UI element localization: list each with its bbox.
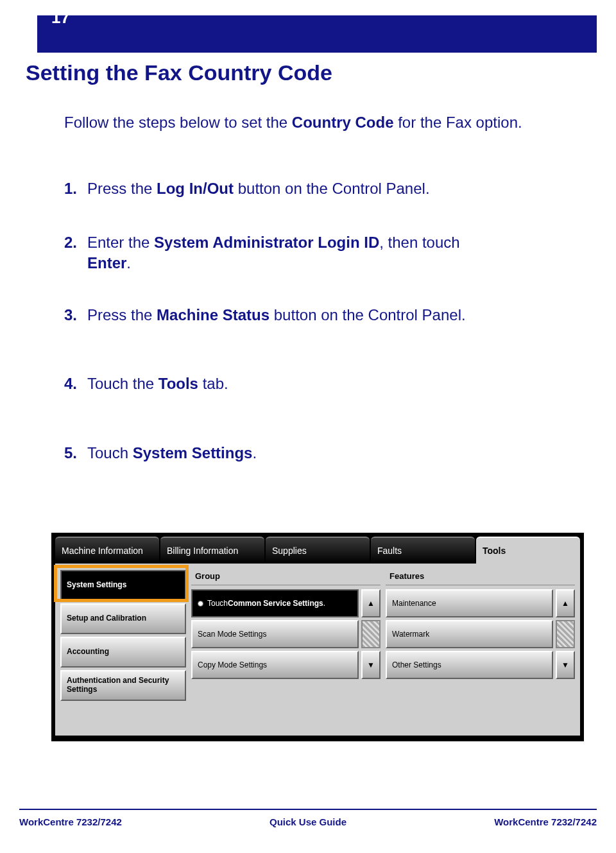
step-3: 3.Press the Machine Status button on the… [64,305,565,325]
features-section: Features Maintenance Watermark Other Set… [386,570,575,730]
step-3-post: button on the Control Panel. [270,306,466,323]
step-2-post: , then touch [379,234,459,251]
step-3-pre: Press the [87,306,157,323]
features-scroll-track[interactable] [556,620,575,648]
footer: WorkCentre 7232/7242 Quick Use Guide Wor… [19,816,597,827]
step-4: 4.Touch the Tools tab. [64,374,565,394]
step-2-post2: . [126,254,131,271]
step-4-pre: Touch the [87,375,158,392]
group-scan-mode-settings[interactable]: Scan Mode Settings [191,620,359,648]
step-5-pre: Touch [87,444,133,461]
footer-center: Quick Use Guide [270,816,346,827]
step-1-num: 1. [64,178,87,199]
features-scroll: ▲ ▼ [556,589,575,679]
group-sel-bold: Common Service Settings [228,599,323,608]
features-watermark[interactable]: Watermark [386,620,553,648]
step-4-b: Tools [158,375,198,392]
page-title: Setting the Fax Country Code [26,60,332,85]
group-sel-post: . [323,599,325,608]
footer-rule [19,809,597,810]
step-1-pre: Press the [87,180,157,197]
features-scroll-down[interactable]: ▼ [556,651,575,679]
footer-left: WorkCentre 7232/7242 [19,816,122,827]
intro-bold: Country Code [292,114,394,131]
step-2-pre: Enter the [87,234,154,251]
panel-body: System Settings Setup and Calibration Ac… [55,564,580,736]
step-3-b: Machine Status [157,306,270,323]
group-scroll-down[interactable]: ▼ [361,651,381,679]
tab-tools[interactable]: Tools [476,537,580,564]
step-5: 5.Touch System Settings. [64,443,565,463]
left-sidebar: System Settings Setup and Calibration Ac… [60,570,186,730]
group-common-service-settings[interactable]: Touch Common Service Settings. [191,589,359,617]
step-2-num: 2. [64,232,87,253]
step-1: 1.Press the Log In/Out button on the Con… [64,178,565,199]
sidebar-setup-calibration[interactable]: Setup and Calibration [60,603,186,634]
sidebar-system-settings[interactable]: System Settings [60,570,186,601]
group-section: Group Touch Common Service Settings. Sca… [191,570,381,730]
step-4-post: tab. [198,375,228,392]
step-5-num: 5. [64,443,87,463]
group-scroll: ▲ ▼ [361,589,381,679]
group-scroll-up[interactable]: ▲ [361,589,381,617]
group-copy-mode-settings[interactable]: Copy Mode Settings [191,651,359,679]
sidebar-accounting[interactable]: Accounting [60,637,186,668]
tab-supplies[interactable]: Supplies [266,537,370,564]
touchscreen-illustration: Machine Information Billing Information … [51,533,584,741]
group-header: Group [191,570,381,585]
group-scroll-track[interactable] [361,620,381,648]
step-2: 2.Enter the System Administrator Login I… [64,232,565,274]
sidebar-auth-security[interactable]: Authentication and Security Settings [60,670,186,701]
tab-faults[interactable]: Faults [371,537,475,564]
features-maintenance[interactable]: Maintenance [386,589,553,617]
features-scroll-up[interactable]: ▲ [556,589,575,617]
step-3-num: 3. [64,305,87,325]
group-sel-pre: Touch [207,599,228,608]
step-2-b: System Administrator Login ID [154,234,379,251]
tab-row: Machine Information Billing Information … [55,537,580,564]
features-other-settings[interactable]: Other Settings [386,651,553,679]
step-2-b2: Enter [87,254,126,271]
step-1-post: button on the Control Panel. [234,180,430,197]
intro-pre: Follow the steps below to set the [64,114,292,131]
intro-post: for the Fax option. [394,114,522,131]
step-5-post: . [252,444,257,461]
tab-billing-information[interactable]: Billing Information [160,537,264,564]
step-4-num: 4. [64,374,87,394]
tab-machine-information[interactable]: Machine Information [55,537,159,564]
features-header: Features [386,570,575,585]
page-number: 17 [51,8,70,28]
header-bar [37,15,597,53]
footer-right: WorkCentre 7232/7242 [494,816,597,827]
step-5-b: System Settings [133,444,253,461]
intro-text: Follow the steps below to set the Countr… [64,112,565,133]
step-1-b: Log In/Out [157,180,234,197]
bullet-icon [198,601,203,607]
